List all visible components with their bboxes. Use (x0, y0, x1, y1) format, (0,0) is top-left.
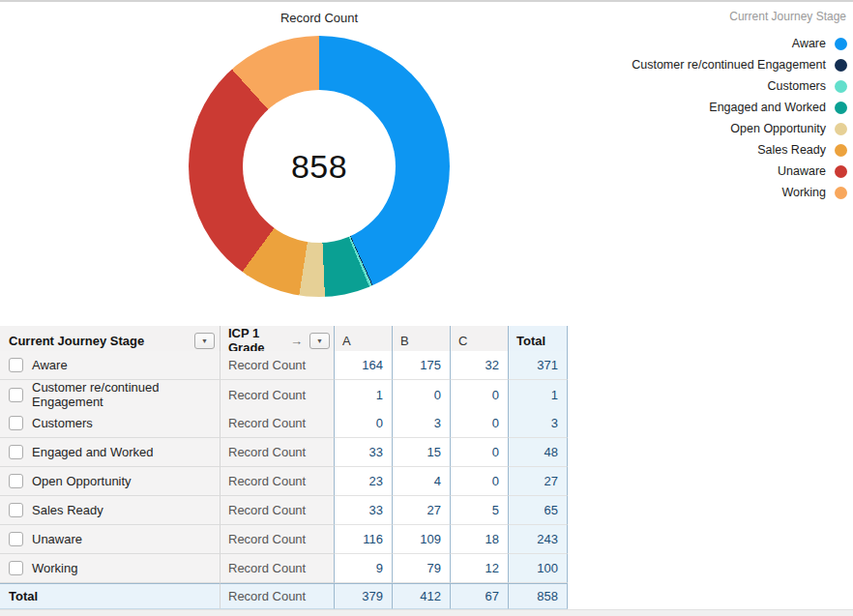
table-row[interactable]: Aware Record Count 164 175 32 371 (0, 351, 568, 380)
dashboard-widget: Record Count 858 Current Journey Stage A… (0, 0, 853, 616)
value-cell-c: 0 (451, 467, 509, 496)
stage-label: Aware (32, 358, 68, 372)
donut-center: 858 (243, 90, 396, 243)
value-cell-total: 371 (509, 351, 568, 380)
stage-label: Sales Ready (32, 503, 103, 517)
legend-item-working[interactable]: Working (632, 182, 847, 203)
value-cell-a: 33 (335, 438, 393, 467)
value-cell-b: 175 (393, 351, 451, 380)
row-checkbox[interactable] (9, 561, 23, 575)
value-cell-b: 412 (393, 583, 451, 609)
row-checkbox[interactable] (9, 532, 23, 546)
measure-cell: Record Count (221, 525, 335, 554)
value-cell-c: 12 (451, 554, 509, 583)
measure-cell: Record Count (221, 467, 335, 496)
row-checkbox[interactable] (9, 388, 23, 402)
header-stage-label: Current Journey Stage (9, 334, 144, 348)
legend-item-aware[interactable]: Aware (632, 33, 847, 54)
stage-label: Working (32, 561, 77, 575)
legend-swatch (835, 144, 847, 157)
measure-cell: Record Count (221, 351, 335, 380)
value-cell-a: 116 (335, 525, 393, 554)
value-cell-c: 18 (451, 525, 509, 554)
legend-item-unaware[interactable]: Unaware (632, 161, 847, 182)
legend-title: Current Journey Stage (632, 10, 847, 23)
row-checkbox[interactable] (9, 358, 23, 372)
chart-title: Record Count (189, 11, 450, 25)
value-cell-c: 67 (451, 583, 509, 609)
table-row[interactable]: Sales Ready Record Count 33 27 5 65 (0, 496, 568, 525)
measure-cell: Record Count (221, 554, 335, 583)
table-row[interactable]: Customers Record Count 0 3 0 3 (0, 409, 568, 438)
value-cell-c: 32 (451, 351, 509, 380)
value-cell-a: 379 (335, 583, 393, 609)
legend-swatch (835, 80, 847, 93)
pivot-table: Current Journey Stage ▼ ICP 1 Grade → ▼ … (0, 326, 568, 609)
table-header-row: Current Journey Stage ▼ ICP 1 Grade → ▼ … (0, 326, 568, 351)
donut-chart[interactable]: 858 (189, 36, 450, 297)
value-cell-total: 48 (509, 438, 568, 467)
value-cell-b: 4 (393, 467, 451, 496)
measure-cell: Record Count (221, 583, 335, 609)
legend-item-customers[interactable]: Customers (632, 75, 847, 97)
value-cell-b: 0 (393, 380, 451, 410)
legend-label: Customer re/continued Engagement (632, 58, 826, 72)
table-row[interactable]: Working Record Count 9 79 12 100 (0, 554, 568, 583)
value-cell-a: 33 (335, 496, 393, 525)
caret-down-icon: ▼ (316, 337, 323, 344)
legend-item-customer-recontinued-engagement[interactable]: Customer re/continued Engagement (632, 54, 847, 75)
row-checkbox[interactable] (9, 445, 23, 459)
row-checkbox[interactable] (9, 416, 23, 430)
table-row[interactable]: Unaware Record Count 116 109 18 243 (0, 525, 568, 554)
value-cell-a: 0 (335, 409, 393, 438)
table-row[interactable]: Open Opportunity Record Count 23 4 0 27 (0, 467, 568, 496)
total-row-label: Total (0, 583, 221, 609)
legend-label: Sales Ready (757, 143, 826, 157)
value-cell-b: 15 (393, 438, 451, 467)
row-checkbox[interactable] (9, 503, 23, 517)
measure-cell: Record Count (221, 438, 335, 467)
legend-item-engaged-and-worked[interactable]: Engaged and Worked (632, 97, 847, 118)
horizontal-scrollbar-track[interactable] (0, 609, 853, 616)
value-cell-total: 100 (509, 554, 568, 583)
legend-label: Unaware (778, 164, 826, 178)
stage-label: Engaged and Worked (32, 445, 154, 459)
value-cell-c: 0 (451, 409, 509, 438)
value-cell-total: 27 (509, 467, 568, 496)
value-cell-total: 1 (509, 380, 568, 410)
stage-filter-dropdown-button[interactable]: ▼ (194, 333, 215, 349)
legend-label: Aware (792, 37, 826, 50)
grade-filter-dropdown-button[interactable]: ▼ (309, 333, 330, 349)
legend-swatch (835, 102, 847, 114)
row-checkbox[interactable] (9, 474, 23, 488)
legend-swatch (835, 38, 847, 50)
legend-swatch (835, 187, 847, 199)
measure-cell: Record Count (221, 380, 335, 410)
stage-label: Open Opportunity (32, 474, 132, 488)
legend-swatch (835, 59, 847, 72)
value-cell-a: 9 (335, 554, 393, 583)
value-cell-a: 23 (335, 467, 393, 496)
value-cell-c: 5 (451, 496, 509, 525)
table-row[interactable]: Customer re/continued Engagement Record … (0, 380, 568, 409)
caret-down-icon: ▼ (201, 337, 208, 344)
legend-item-sales-ready[interactable]: Sales Ready (632, 139, 847, 161)
value-cell-b: 79 (393, 554, 451, 583)
value-cell-total: 65 (509, 496, 568, 525)
legend-swatch (835, 123, 847, 135)
legend-label: Engaged and Worked (709, 101, 826, 114)
legend-label: Customers (768, 79, 826, 93)
legend-item-open-opportunity[interactable]: Open Opportunity (632, 118, 847, 139)
stage-label: Customer re/continued Engagement (32, 380, 220, 409)
arrow-right-icon: → (290, 334, 303, 348)
value-cell-a: 1 (335, 380, 393, 410)
table-row[interactable]: Engaged and Worked Record Count 33 15 0 … (0, 438, 568, 467)
legend-label: Working (781, 186, 826, 199)
value-cell-c: 0 (451, 380, 509, 410)
value-cell-total: 243 (509, 525, 568, 554)
stage-label: Unaware (32, 532, 82, 546)
value-cell-total: 858 (509, 583, 568, 609)
value-cell-b: 109 (393, 525, 451, 554)
donut-total-value: 858 (291, 148, 347, 186)
value-cell-b: 27 (393, 496, 451, 525)
